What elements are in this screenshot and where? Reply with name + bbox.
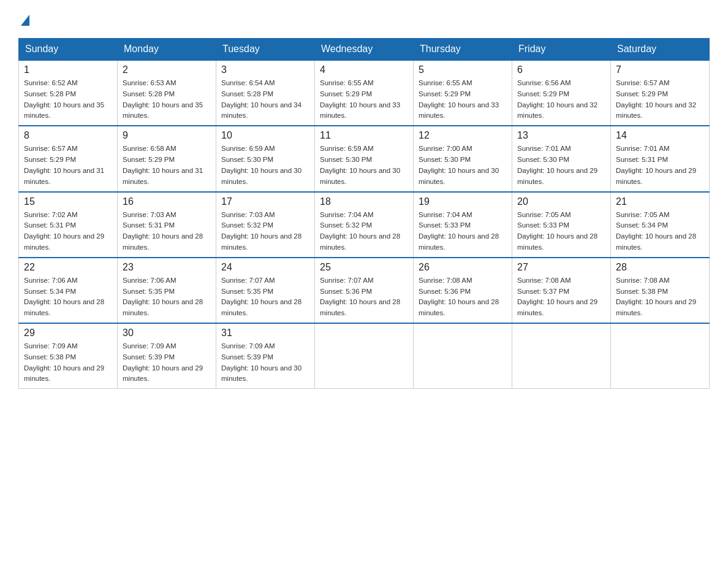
day-info: Sunrise: 6:57 AM Sunset: 5:29 PM Dayligh… — [24, 144, 112, 187]
day-number: 9 — [123, 130, 211, 141]
day-number: 10 — [221, 130, 309, 141]
day-info: Sunrise: 6:58 AM Sunset: 5:29 PM Dayligh… — [123, 144, 211, 187]
day-number: 4 — [320, 64, 408, 75]
day-number: 16 — [123, 196, 211, 207]
day-number: 24 — [221, 262, 309, 273]
day-info: Sunrise: 7:09 AM Sunset: 5:38 PM Dayligh… — [24, 341, 112, 385]
day-number: 31 — [221, 327, 309, 339]
day-number: 29 — [24, 327, 112, 339]
day-info: Sunrise: 7:09 AM Sunset: 5:39 PM Dayligh… — [123, 341, 211, 385]
day-info: Sunrise: 7:03 AM Sunset: 5:32 PM Dayligh… — [221, 210, 309, 253]
week-row-1: 1 Sunrise: 6:52 AM Sunset: 5:28 PM Dayli… — [19, 60, 710, 126]
calendar-cell: 9 Sunrise: 6:58 AM Sunset: 5:29 PM Dayli… — [118, 126, 216, 191]
col-monday: Monday — [118, 39, 216, 61]
calendar-cell: 18 Sunrise: 7:04 AM Sunset: 5:32 PM Dayl… — [315, 192, 414, 258]
calendar-cell: 17 Sunrise: 7:03 AM Sunset: 5:32 PM Dayl… — [216, 192, 315, 258]
week-row-5: 29 Sunrise: 7:09 AM Sunset: 5:38 PM Dayl… — [19, 323, 710, 389]
week-row-2: 8 Sunrise: 6:57 AM Sunset: 5:29 PM Dayli… — [19, 126, 710, 191]
calendar-cell: 1 Sunrise: 6:52 AM Sunset: 5:28 PM Dayli… — [19, 60, 118, 126]
day-info: Sunrise: 7:04 AM Sunset: 5:32 PM Dayligh… — [320, 210, 408, 253]
day-number: 26 — [419, 262, 507, 273]
calendar-table: Sunday Monday Tuesday Wednesday Thursday… — [18, 38, 710, 389]
day-info: Sunrise: 7:04 AM Sunset: 5:33 PM Dayligh… — [419, 210, 507, 253]
calendar-cell: 14 Sunrise: 7:01 AM Sunset: 5:31 PM Dayl… — [611, 126, 710, 191]
calendar-cell: 24 Sunrise: 7:07 AM Sunset: 5:35 PM Dayl… — [216, 258, 315, 323]
day-number: 21 — [616, 196, 704, 207]
col-friday: Friday — [512, 39, 611, 61]
calendar-cell: 12 Sunrise: 7:00 AM Sunset: 5:30 PM Dayl… — [414, 126, 512, 191]
day-number: 12 — [419, 130, 507, 141]
calendar-cell — [315, 323, 414, 389]
day-number: 22 — [24, 262, 112, 273]
calendar-cell: 4 Sunrise: 6:55 AM Sunset: 5:29 PM Dayli… — [315, 60, 414, 126]
col-wednesday: Wednesday — [315, 39, 414, 61]
calendar-cell: 16 Sunrise: 7:03 AM Sunset: 5:31 PM Dayl… — [118, 192, 216, 258]
calendar-cell: 29 Sunrise: 7:09 AM Sunset: 5:38 PM Dayl… — [19, 323, 118, 389]
day-number: 15 — [24, 196, 112, 207]
day-number: 17 — [221, 196, 309, 207]
day-number: 1 — [24, 64, 112, 75]
calendar-cell: 25 Sunrise: 7:07 AM Sunset: 5:36 PM Dayl… — [315, 258, 414, 323]
calendar-cell: 19 Sunrise: 7:04 AM Sunset: 5:33 PM Dayl… — [414, 192, 512, 258]
day-number: 23 — [123, 262, 211, 273]
calendar-cell: 28 Sunrise: 7:08 AM Sunset: 5:38 PM Dayl… — [611, 258, 710, 323]
week-row-4: 22 Sunrise: 7:06 AM Sunset: 5:34 PM Dayl… — [19, 258, 710, 323]
day-number: 27 — [517, 262, 605, 273]
page-header — [18, 12, 710, 26]
day-info: Sunrise: 7:00 AM Sunset: 5:30 PM Dayligh… — [419, 144, 507, 187]
day-info: Sunrise: 6:56 AM Sunset: 5:29 PM Dayligh… — [517, 78, 605, 121]
day-number: 25 — [320, 262, 408, 273]
day-number: 20 — [517, 196, 605, 207]
day-number: 14 — [616, 130, 704, 141]
day-info: Sunrise: 6:54 AM Sunset: 5:28 PM Dayligh… — [221, 78, 309, 121]
day-number: 2 — [123, 64, 211, 75]
col-saturday: Saturday — [611, 39, 710, 61]
day-info: Sunrise: 7:07 AM Sunset: 5:36 PM Dayligh… — [320, 275, 408, 319]
col-tuesday: Tuesday — [216, 39, 315, 61]
calendar-cell — [611, 323, 710, 389]
calendar-cell: 13 Sunrise: 7:01 AM Sunset: 5:30 PM Dayl… — [512, 126, 611, 191]
calendar-cell: 26 Sunrise: 7:08 AM Sunset: 5:36 PM Dayl… — [414, 258, 512, 323]
calendar-cell: 21 Sunrise: 7:05 AM Sunset: 5:34 PM Dayl… — [611, 192, 710, 258]
day-number: 13 — [517, 130, 605, 141]
day-info: Sunrise: 6:57 AM Sunset: 5:29 PM Dayligh… — [616, 78, 704, 121]
day-info: Sunrise: 7:03 AM Sunset: 5:31 PM Dayligh… — [123, 210, 211, 253]
day-info: Sunrise: 7:08 AM Sunset: 5:36 PM Dayligh… — [419, 275, 507, 319]
day-number: 8 — [24, 130, 112, 141]
calendar-cell: 15 Sunrise: 7:02 AM Sunset: 5:31 PM Dayl… — [19, 192, 118, 258]
day-number: 11 — [320, 130, 408, 141]
week-row-3: 15 Sunrise: 7:02 AM Sunset: 5:31 PM Dayl… — [19, 192, 710, 258]
logo-arrow-icon — [21, 15, 29, 26]
calendar-cell: 10 Sunrise: 6:59 AM Sunset: 5:30 PM Dayl… — [216, 126, 315, 191]
day-info: Sunrise: 6:59 AM Sunset: 5:30 PM Dayligh… — [320, 144, 408, 187]
day-number: 19 — [419, 196, 507, 207]
day-info: Sunrise: 7:07 AM Sunset: 5:35 PM Dayligh… — [221, 275, 309, 319]
day-info: Sunrise: 7:06 AM Sunset: 5:34 PM Dayligh… — [24, 275, 112, 319]
day-info: Sunrise: 7:01 AM Sunset: 5:30 PM Dayligh… — [517, 144, 605, 187]
day-info: Sunrise: 7:08 AM Sunset: 5:38 PM Dayligh… — [616, 275, 704, 319]
calendar-cell: 11 Sunrise: 6:59 AM Sunset: 5:30 PM Dayl… — [315, 126, 414, 191]
calendar-cell: 30 Sunrise: 7:09 AM Sunset: 5:39 PM Dayl… — [118, 323, 216, 389]
calendar-cell: 8 Sunrise: 6:57 AM Sunset: 5:29 PM Dayli… — [19, 126, 118, 191]
day-info: Sunrise: 7:09 AM Sunset: 5:39 PM Dayligh… — [221, 341, 309, 385]
calendar-cell: 23 Sunrise: 7:06 AM Sunset: 5:35 PM Dayl… — [118, 258, 216, 323]
day-info: Sunrise: 7:02 AM Sunset: 5:31 PM Dayligh… — [24, 210, 112, 253]
day-number: 6 — [517, 64, 605, 75]
calendar-cell — [512, 323, 611, 389]
day-number: 5 — [419, 64, 507, 75]
day-info: Sunrise: 6:55 AM Sunset: 5:29 PM Dayligh… — [320, 78, 408, 121]
logo-top — [18, 12, 29, 26]
day-number: 28 — [616, 262, 704, 273]
day-info: Sunrise: 7:06 AM Sunset: 5:35 PM Dayligh… — [123, 275, 211, 319]
day-info: Sunrise: 6:53 AM Sunset: 5:28 PM Dayligh… — [123, 78, 211, 121]
calendar-cell — [414, 323, 512, 389]
calendar-cell: 20 Sunrise: 7:05 AM Sunset: 5:33 PM Dayl… — [512, 192, 611, 258]
calendar-cell: 22 Sunrise: 7:06 AM Sunset: 5:34 PM Dayl… — [19, 258, 118, 323]
day-info: Sunrise: 6:55 AM Sunset: 5:29 PM Dayligh… — [419, 78, 507, 121]
calendar-cell: 27 Sunrise: 7:08 AM Sunset: 5:37 PM Dayl… — [512, 258, 611, 323]
day-number: 3 — [221, 64, 309, 75]
day-info: Sunrise: 7:05 AM Sunset: 5:33 PM Dayligh… — [517, 210, 605, 253]
calendar-cell: 2 Sunrise: 6:53 AM Sunset: 5:28 PM Dayli… — [118, 60, 216, 126]
calendar-cell: 5 Sunrise: 6:55 AM Sunset: 5:29 PM Dayli… — [414, 60, 512, 126]
day-info: Sunrise: 7:01 AM Sunset: 5:31 PM Dayligh… — [616, 144, 704, 187]
